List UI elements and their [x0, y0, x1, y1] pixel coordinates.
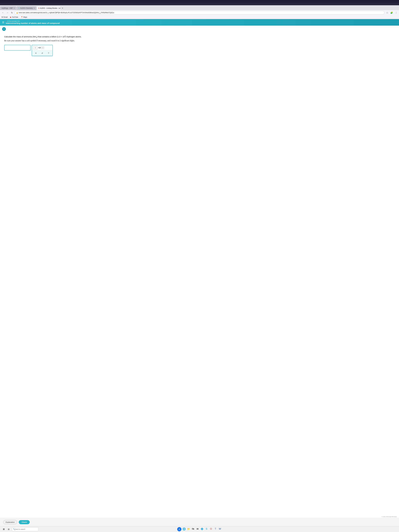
- bottom-bar: Explanation Check: [0, 518, 399, 526]
- browser-chrome: myWings - UNF ✕ ⚛ ALEKS Chemistry ✕ A AL…: [0, 5, 399, 19]
- store-icon: 🛍: [192, 527, 194, 530]
- task-view-icon: ⊟: [8, 528, 10, 530]
- answer-section: □ ×10 □ ✕ ↺ ?: [4, 45, 395, 56]
- taskbar-teams-icon[interactable]: T: [214, 527, 217, 531]
- tab-aleks-learn[interactable]: A ALEKS - Lindsay Brooks - Learn ✕: [37, 6, 60, 10]
- header-text: ● STOICHIOMETRY Interconverting number o…: [6, 20, 60, 24]
- search-area: 🔍: [12, 527, 38, 531]
- bookmarks-bar: M Gmail ▶ YouTube 📍 Maps: [0, 15, 399, 19]
- sci-exp-input[interactable]: □: [41, 47, 44, 49]
- windows-start-button[interactable]: ⊞: [2, 527, 6, 531]
- new-tab-button[interactable]: +: [61, 6, 64, 10]
- explanation-button[interactable]: Explanation: [3, 520, 17, 524]
- tab-close-chemistry[interactable]: ✕: [34, 7, 35, 9]
- office-icon: O: [210, 527, 212, 530]
- bookmark-maps[interactable]: 📍 Maps: [20, 16, 28, 18]
- question-note: Be sure your answer has a unit symbol if…: [4, 40, 395, 42]
- tab-mywings[interactable]: myWings - UNF ✕: [0, 6, 16, 10]
- taskbar-skype-icon[interactable]: S: [205, 527, 208, 531]
- windows-icon: ⊞: [3, 528, 5, 530]
- taskbar-word-icon[interactable]: W: [218, 527, 222, 531]
- sci-help-button[interactable]: ?: [46, 51, 51, 55]
- edge-icon: e: [179, 528, 180, 530]
- dropbox-icon: 💠: [201, 527, 203, 530]
- taskbar: ⊞ ⊟ 🔍 e 🌐 📁 🛍 ✉ 💠 S O: [0, 526, 399, 532]
- sci-actions: ✕ ↺ ?: [32, 51, 52, 56]
- hamburger-menu[interactable]: ☰: [2, 21, 4, 24]
- tab-bar: myWings - UNF ✕ ⚛ ALEKS Chemistry ✕ A AL…: [0, 5, 399, 10]
- search-icon: 🔍: [13, 528, 15, 530]
- check-button[interactable]: Check: [19, 520, 30, 524]
- sci-exp-value: □: [42, 47, 43, 48]
- tab-aleks-chemistry[interactable]: ⚛ ALEKS Chemistry ✕: [17, 6, 36, 10]
- tab-close-mywings[interactable]: ✕: [14, 7, 15, 9]
- skype-icon: S: [206, 527, 207, 530]
- taskbar-edge-icon[interactable]: e: [177, 527, 181, 531]
- maps-icon: 📍: [21, 16, 23, 18]
- question-main: Calculate the mass of ammonia (NH3) that…: [4, 35, 395, 38]
- sci-base-value: □: [35, 47, 36, 49]
- lock-icon: 🔒: [16, 12, 18, 14]
- taskbar-center-icons: e 🌐 📁 🛍 ✉ 💠 S O T W: [177, 527, 222, 531]
- sci-clear-button[interactable]: ✕: [34, 51, 38, 55]
- bookmark-youtube[interactable]: ▶ YouTube: [10, 16, 19, 18]
- word-icon: W: [219, 527, 221, 530]
- scientific-notation-box: □ ×10 □ ✕ ↺ ?: [32, 45, 53, 56]
- browser-content: ☰ ● STOICHIOMETRY Interconverting number…: [0, 19, 399, 526]
- menu-button[interactable]: ⋮: [394, 11, 398, 14]
- extensions-button[interactable]: 🧩: [390, 11, 393, 14]
- bookmark-gmail[interactable]: M Gmail: [1, 16, 8, 18]
- mail-icon: ✉: [196, 527, 199, 530]
- sci-undo-button[interactable]: ↺: [40, 51, 44, 55]
- copyright-text: © 2021 McGraw-Hill Educ: [0, 515, 399, 518]
- answer-input[interactable]: [4, 45, 31, 51]
- address-bar[interactable]: 🔒 www-awn.aleks.com/alekscgi/x/lsl.exe/1…: [14, 11, 385, 14]
- sci-notation-inputs: □ ×10 □: [32, 45, 52, 51]
- bookmark-button[interactable]: ☆: [385, 11, 389, 14]
- navigation-bar: ← → ↻ 🔒 www-awn.aleks.com/alekscgi/x/lsl…: [0, 10, 399, 15]
- topic-title: Interconverting number of atoms and mass…: [6, 22, 60, 24]
- taskbar-file-icon[interactable]: 📁: [187, 527, 190, 531]
- teams-icon: T: [215, 527, 216, 530]
- sci-x10-label: ×10: [38, 47, 41, 49]
- section-label: ● STOICHIOMETRY: [6, 20, 60, 22]
- forward-button[interactable]: →: [6, 11, 9, 14]
- gmail-icon: M: [2, 16, 3, 18]
- taskbar-chrome-icon[interactable]: 🌐: [182, 527, 186, 531]
- chrome-icon: 🌐: [183, 527, 186, 531]
- taskbar-left: ⊞ ⊟: [2, 527, 11, 531]
- chevron-down-button[interactable]: ▾: [2, 27, 6, 31]
- youtube-icon: ▶: [10, 16, 11, 18]
- taskbar-search-input[interactable]: [15, 527, 39, 531]
- taskbar-office-icon[interactable]: O: [209, 527, 213, 531]
- taskbar-store-icon[interactable]: 🛍: [191, 527, 195, 531]
- taskbar-mail-icon[interactable]: ✉: [196, 527, 199, 531]
- collapse-section: ▾: [0, 25, 399, 32]
- file-icon: 📁: [187, 527, 190, 530]
- question-area: Calculate the mass of ammonia (NH3) that…: [0, 32, 399, 515]
- aleks-header: ☰ ● STOICHIOMETRY Interconverting number…: [0, 19, 399, 25]
- sci-base-input[interactable]: □: [33, 46, 37, 49]
- chevron-down-icon: ▾: [4, 28, 5, 30]
- reload-button[interactable]: ↻: [10, 11, 14, 14]
- back-button[interactable]: ←: [1, 11, 5, 14]
- task-view-button[interactable]: ⊟: [6, 527, 11, 531]
- taskbar-dropbox-icon[interactable]: 💠: [200, 527, 204, 531]
